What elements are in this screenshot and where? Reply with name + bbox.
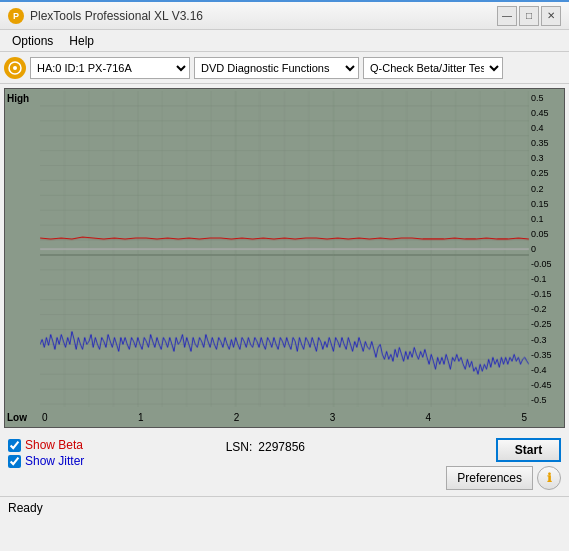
window-title: PlexTools Professional XL V3.16 <box>30 9 203 23</box>
y-right-10: 0 <box>531 244 562 254</box>
checkboxes-area: Show Beta Show Jitter <box>8 438 84 468</box>
y-high-label: High <box>7 93 38 104</box>
buttons-area: Start Preferences ℹ <box>446 438 561 490</box>
y-right-19: -0.45 <box>531 380 562 390</box>
y-right-15: -0.25 <box>531 319 562 329</box>
lsn-value: 2297856 <box>258 440 305 454</box>
y-right-2: 0.4 <box>531 123 562 133</box>
lsn-label: LSN: <box>226 440 253 454</box>
y-right-14: -0.2 <box>531 304 562 314</box>
show-beta-checkbox[interactable] <box>8 439 21 452</box>
maximize-button[interactable]: □ <box>519 6 539 26</box>
chart-container: High Low <box>4 88 565 428</box>
app-icon: P <box>8 8 24 24</box>
chart-plot-area <box>40 91 529 407</box>
info-button[interactable]: ℹ <box>537 466 561 490</box>
show-beta-row: Show Beta <box>8 438 84 452</box>
title-bar-left: P PlexTools Professional XL V3.16 <box>8 8 203 24</box>
y-axis-right: 0.5 0.45 0.4 0.35 0.3 0.25 0.2 0.15 0.1 … <box>529 91 564 407</box>
y-right-5: 0.25 <box>531 168 562 178</box>
y-right-4: 0.3 <box>531 153 562 163</box>
bottom-panel: Show Beta Show Jitter LSN: 2297856 Start… <box>0 432 569 496</box>
toolbar-icon <box>4 57 26 79</box>
x-label-3: 3 <box>330 412 336 423</box>
svg-point-1 <box>13 66 17 70</box>
y-right-3: 0.35 <box>531 138 562 148</box>
y-right-20: -0.5 <box>531 395 562 405</box>
title-bar: P PlexTools Professional XL V3.16 — □ ✕ <box>0 0 569 30</box>
y-right-12: -0.1 <box>531 274 562 284</box>
close-button[interactable]: ✕ <box>541 6 561 26</box>
x-label-4: 4 <box>426 412 432 423</box>
prefs-area: Preferences ℹ <box>446 466 561 490</box>
y-right-0: 0.5 <box>531 93 562 103</box>
lsn-area: LSN: 2297856 <box>226 438 305 454</box>
y-low-label: Low <box>7 412 38 423</box>
y-axis-left: High Low <box>5 89 40 427</box>
function-select[interactable]: DVD Diagnostic Functions <box>194 57 359 79</box>
y-right-17: -0.35 <box>531 350 562 360</box>
test-select[interactable]: Q-Check Beta/Jitter Test <box>363 57 503 79</box>
preferences-button[interactable]: Preferences <box>446 466 533 490</box>
y-right-1: 0.45 <box>531 108 562 118</box>
y-right-8: 0.1 <box>531 214 562 224</box>
y-right-18: -0.4 <box>531 365 562 375</box>
x-label-1: 1 <box>138 412 144 423</box>
menu-help[interactable]: Help <box>61 32 102 50</box>
y-right-13: -0.15 <box>531 289 562 299</box>
device-select[interactable]: HA:0 ID:1 PX-716A <box>30 57 190 79</box>
x-label-2: 2 <box>234 412 240 423</box>
y-right-11: -0.05 <box>531 259 562 269</box>
y-right-7: 0.15 <box>531 199 562 209</box>
x-axis: 0 1 2 3 4 5 <box>40 407 529 427</box>
status-bar: Ready <box>0 496 569 518</box>
show-jitter-label: Show Jitter <box>25 454 84 468</box>
show-beta-label: Show Beta <box>25 438 83 452</box>
y-right-9: 0.05 <box>531 229 562 239</box>
chart-svg <box>40 91 529 407</box>
status-text: Ready <box>8 501 43 515</box>
minimize-button[interactable]: — <box>497 6 517 26</box>
show-jitter-checkbox[interactable] <box>8 455 21 468</box>
menu-bar: Options Help <box>0 30 569 52</box>
x-label-0: 0 <box>42 412 48 423</box>
toolbar: HA:0 ID:1 PX-716A DVD Diagnostic Functio… <box>0 52 569 84</box>
title-controls: — □ ✕ <box>497 6 561 26</box>
show-jitter-row: Show Jitter <box>8 454 84 468</box>
start-button[interactable]: Start <box>496 438 561 462</box>
y-right-6: 0.2 <box>531 184 562 194</box>
menu-options[interactable]: Options <box>4 32 61 50</box>
y-right-16: -0.3 <box>531 335 562 345</box>
x-label-5: 5 <box>521 412 527 423</box>
